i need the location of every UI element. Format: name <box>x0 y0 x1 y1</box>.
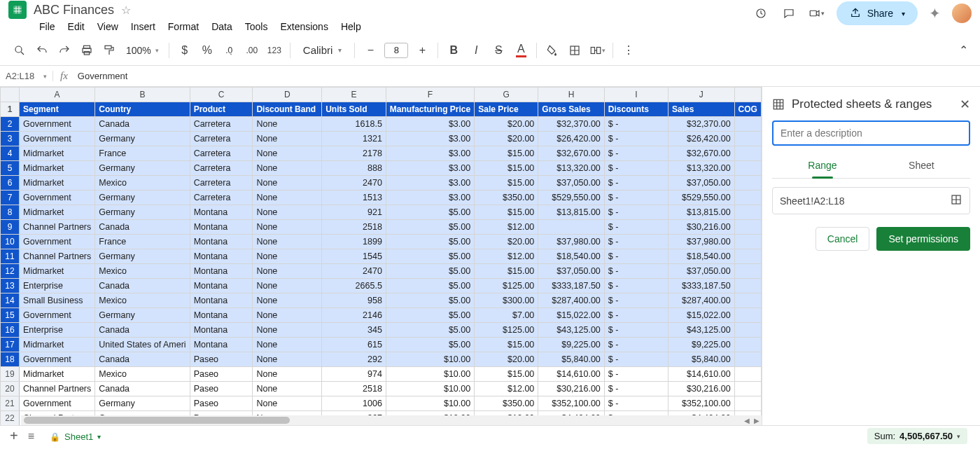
cell[interactable]: $14,610.00 <box>668 367 735 382</box>
cell[interactable]: Mexico <box>95 293 190 308</box>
cell[interactable]: $32,670.00 <box>668 146 735 161</box>
cell[interactable]: None <box>253 191 322 205</box>
cell[interactable]: $300.00 <box>475 293 538 308</box>
share-button[interactable]: Share ▾ <box>836 1 918 25</box>
cell[interactable]: $32,370.00 <box>668 117 735 132</box>
cell[interactable]: None <box>253 396 322 411</box>
cell[interactable]: $ - <box>604 117 668 132</box>
cell[interactable]: None <box>253 279 322 293</box>
cell[interactable]: Midmarket <box>19 264 94 279</box>
cell[interactable] <box>734 161 761 176</box>
row-header[interactable]: 18 <box>1 352 20 367</box>
cell[interactable]: $43,125.00 <box>668 323 735 338</box>
cell[interactable]: $32,370.00 <box>538 117 605 132</box>
cell[interactable]: $ - <box>604 279 668 293</box>
tab-sheet[interactable]: Sheet <box>906 154 937 178</box>
cell[interactable]: $13,320.00 <box>668 161 735 176</box>
col-header-G[interactable]: G <box>475 88 538 102</box>
row-header[interactable]: 21 <box>1 396 20 411</box>
header-cell-extra[interactable]: COG <box>734 102 761 117</box>
cell[interactable]: $37,050.00 <box>538 264 605 279</box>
gemini-icon[interactable]: ✦ <box>929 5 941 22</box>
cell[interactable]: Mexico <box>95 264 190 279</box>
cell[interactable]: Carretera <box>190 176 253 191</box>
row-header[interactable]: 22 <box>1 411 20 426</box>
select-all-corner[interactable] <box>1 88 20 102</box>
cell[interactable]: Paseo <box>190 352 253 367</box>
percent-icon[interactable]: % <box>197 41 217 60</box>
cell[interactable]: Canada <box>95 279 190 293</box>
add-sheet-icon[interactable]: + <box>10 428 18 444</box>
header-cell[interactable]: Sale Price <box>475 102 538 117</box>
cell[interactable]: $ - <box>604 176 668 191</box>
cell[interactable]: $ - <box>604 161 668 176</box>
cell[interactable]: Midmarket <box>19 205 94 220</box>
cell[interactable]: $5.00 <box>386 293 474 308</box>
cell[interactable]: $ - <box>604 191 668 205</box>
cell[interactable]: 1899 <box>322 235 386 249</box>
row-header[interactable]: 5 <box>1 161 20 176</box>
row-header[interactable]: 7 <box>1 191 20 205</box>
cell[interactable]: None <box>253 132 322 146</box>
cell[interactable]: 1321 <box>322 132 386 146</box>
cell[interactable]: Montana <box>190 293 253 308</box>
row-header[interactable]: 16 <box>1 323 20 338</box>
cell[interactable]: 2665.5 <box>322 279 386 293</box>
cell[interactable]: $ - <box>604 396 668 411</box>
spreadsheet-area[interactable]: ABCDEFGHIJ1SegmentCountryProductDiscount… <box>0 87 762 425</box>
cell[interactable]: Channel Partners <box>19 249 94 264</box>
row-header[interactable]: 11 <box>1 249 20 264</box>
cell[interactable]: $5.00 <box>386 264 474 279</box>
cell[interactable]: Midmarket <box>19 161 94 176</box>
cell[interactable]: Montana <box>190 220 253 235</box>
cell[interactable]: $20.00 <box>475 352 538 367</box>
cell[interactable]: Carretera <box>190 161 253 176</box>
cell[interactable]: $3.00 <box>386 146 474 161</box>
undo-icon[interactable] <box>32 41 52 60</box>
cell[interactable]: Mexico <box>95 367 190 382</box>
cell[interactable]: Montana <box>190 279 253 293</box>
header-cell[interactable]: Product <box>190 102 253 117</box>
paint-format-icon[interactable] <box>99 41 119 60</box>
cell[interactable]: Government <box>19 132 94 146</box>
cell[interactable]: Channel Partners <box>19 382 94 396</box>
cell[interactable]: $287,400.00 <box>668 293 735 308</box>
header-cell[interactable]: Country <box>95 102 190 117</box>
currency-icon[interactable]: $ <box>175 41 195 60</box>
cell[interactable]: $287,400.00 <box>538 293 605 308</box>
cell[interactable]: Channel Partners <box>19 220 94 235</box>
cell[interactable]: Montana <box>190 338 253 352</box>
row-header[interactable]: 9 <box>1 220 20 235</box>
cell[interactable]: Paseo <box>190 367 253 382</box>
avatar[interactable] <box>952 4 972 23</box>
cell[interactable]: Germany <box>95 191 190 205</box>
description-input[interactable] <box>772 120 970 146</box>
cell[interactable]: $ - <box>604 132 668 146</box>
cell[interactable]: $15,022.00 <box>538 308 605 323</box>
cell[interactable]: $43,125.00 <box>538 323 605 338</box>
cell[interactable]: None <box>253 249 322 264</box>
menu-tools[interactable]: Tools <box>245 21 268 32</box>
cell[interactable]: $352,100.00 <box>668 396 735 411</box>
font-size-plus[interactable]: + <box>412 41 432 60</box>
cell[interactable]: $ - <box>604 249 668 264</box>
cell[interactable]: None <box>253 264 322 279</box>
cell[interactable] <box>734 396 761 411</box>
cell[interactable]: None <box>253 220 322 235</box>
cell[interactable]: $5.00 <box>386 220 474 235</box>
cell[interactable]: $350.00 <box>475 396 538 411</box>
cell[interactable]: $30,216.00 <box>668 220 735 235</box>
cell[interactable]: Canada <box>95 220 190 235</box>
cell[interactable]: None <box>253 352 322 367</box>
cell[interactable]: Montana <box>190 205 253 220</box>
borders-icon[interactable] <box>565 41 584 60</box>
cell[interactable]: $15.00 <box>475 146 538 161</box>
cell[interactable]: $5.00 <box>386 323 474 338</box>
cell[interactable]: Carretera <box>190 191 253 205</box>
cell[interactable]: None <box>253 205 322 220</box>
header-cell[interactable]: Units Sold <box>322 102 386 117</box>
menu-insert[interactable]: Insert <box>131 21 155 32</box>
cell[interactable]: $37,050.00 <box>538 176 605 191</box>
cell[interactable]: Government <box>19 117 94 132</box>
merge-cells-icon[interactable]: ▾ <box>587 41 607 60</box>
